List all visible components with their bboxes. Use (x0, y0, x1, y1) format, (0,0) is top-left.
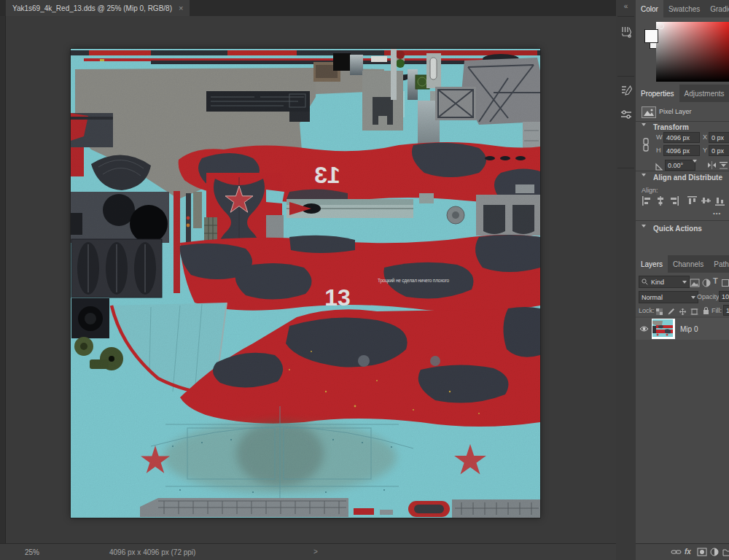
filter-shape-layers-icon[interactable] (721, 277, 729, 290)
rotate-angle-icon (655, 161, 663, 174)
link-layers-icon[interactable] (671, 548, 682, 556)
align-bottom-icon[interactable] (714, 195, 725, 206)
quick-actions-chevron[interactable] (642, 228, 646, 241)
align-buttons (636, 195, 729, 207)
zoom-level-field[interactable]: 25% (25, 548, 39, 556)
x-field[interactable]: 0 px (709, 132, 729, 143)
adjustment-sliders-icon[interactable] (619, 107, 633, 123)
properties-panel-tabs: Properties Adjustments (636, 85, 729, 102)
link-dimensions-icon[interactable] (642, 136, 652, 155)
layers-panel-tabs: Layers Channels Paths (636, 255, 729, 273)
status-options-chevron[interactable]: > (313, 548, 318, 556)
new-adjustment-layer-icon[interactable] (710, 548, 719, 556)
document-tab[interactable]: Yak1s69_4k_Red_13.dds @ 25% (Mip 0, RGB/… (6, 0, 190, 16)
y-label: Y (703, 147, 707, 154)
close-icon[interactable]: × (179, 4, 183, 12)
y-field[interactable]: 0 px (709, 145, 729, 156)
panel-column: Color Swatches Gradients Patterns Proper… (636, 0, 729, 560)
right-dock: « Color Swatches Gradients Patterns (616, 0, 729, 560)
align-center-horizontal-icon[interactable] (655, 195, 666, 206)
color-panel-tabs: Color Swatches Gradients Patterns (636, 0, 729, 18)
tool-dock-edge (0, 16, 6, 543)
height-label: H (656, 147, 661, 154)
align-label: Align: (642, 187, 658, 194)
tab-channels[interactable]: Channels (668, 255, 709, 273)
fill-label: Fill: (712, 307, 722, 314)
layer-name: Mip 0 (680, 325, 698, 333)
blend-mode-value: Normal (642, 294, 663, 301)
new-group-icon[interactable] (722, 548, 729, 556)
tab-color[interactable]: Color (636, 0, 663, 18)
layer-list (636, 316, 729, 543)
align-top-icon[interactable] (687, 195, 697, 206)
brush-settings-icon[interactable] (619, 24, 633, 40)
tab-swatches[interactable]: Swatches (663, 0, 705, 18)
align-center-vertical-icon[interactable] (701, 195, 711, 206)
tab-adjustments[interactable]: Adjustments (679, 85, 729, 102)
document-canvas[interactable]: 13 13 Троц (71, 49, 540, 518)
tab-layers[interactable]: Layers (636, 255, 668, 273)
layer-visibility-eye-icon[interactable] (636, 325, 652, 332)
align-left-icon[interactable] (642, 195, 652, 206)
collapse-panels-icon[interactable]: « (616, 2, 636, 10)
status-bar: 25% 4096 px x 4096 px (72 ppi) > (0, 543, 616, 560)
search-icon (642, 279, 648, 285)
opacity-field[interactable]: 100% (719, 291, 729, 302)
filter-type-layers-icon[interactable]: T (713, 276, 718, 285)
photoshop-window: { "icons": { "close": "×", "collapse": "… (0, 0, 729, 560)
layer-thumbnail[interactable] (652, 319, 675, 339)
width-label: W (656, 133, 663, 141)
rotate-angle-field[interactable]: 0.00° (665, 160, 695, 171)
quick-actions-title: Quick Actions (653, 225, 702, 233)
layer-type-label: Pixel Layer (659, 108, 692, 115)
pixel-layer-icon (642, 106, 656, 118)
layer-filter-select[interactable]: Kind (639, 276, 690, 288)
document-tab-bar: Yak1s69_4k_Red_13.dds @ 25% (Mip 0, RGB/… (0, 0, 616, 17)
height-field[interactable]: 4096 px (663, 145, 700, 156)
filter-pixel-layers-icon[interactable] (690, 277, 700, 290)
layers-panel-footer: fx (636, 543, 729, 560)
tab-paths[interactable]: Paths (709, 255, 729, 273)
align-more-options[interactable]: ••• (713, 210, 721, 217)
add-layer-mask-icon[interactable] (697, 548, 707, 556)
width-field[interactable]: 4096 px (663, 132, 700, 143)
color-field[interactable] (656, 22, 729, 82)
document-size-readout: 4096 px x 4096 px (72 ppi) (109, 548, 195, 556)
color-field-cursor[interactable] (658, 23, 664, 29)
collapsed-panel-strip: « (616, 0, 636, 560)
align-section-title: Align and Distribute (653, 174, 722, 182)
blend-mode-select[interactable]: Normal (639, 291, 698, 303)
transform-section-title: Transform (653, 123, 689, 131)
tab-properties[interactable]: Properties (636, 85, 679, 102)
layer-effects-icon[interactable]: fx (685, 548, 691, 556)
filter-adjustment-layers-icon[interactable] (702, 277, 711, 290)
align-right-icon[interactable] (669, 195, 679, 206)
texture-grain-overlay (71, 49, 540, 518)
tab-gradients[interactable]: Gradients (705, 0, 729, 18)
fill-field[interactable]: 100% (723, 305, 729, 316)
opacity-label: Opacity: (697, 293, 721, 300)
document-tab-title: Yak1s69_4k_Red_13.dds @ 25% (Mip 0, RGB/… (12, 4, 172, 12)
tool-presets-icon[interactable] (619, 82, 633, 98)
x-label: X (703, 133, 707, 141)
layer-row[interactable]: Mip 0 (636, 318, 729, 340)
layer-filter-value: Kind (651, 279, 664, 286)
lock-label: Lock: (639, 307, 655, 314)
foreground-color-swatch[interactable] (644, 29, 658, 43)
